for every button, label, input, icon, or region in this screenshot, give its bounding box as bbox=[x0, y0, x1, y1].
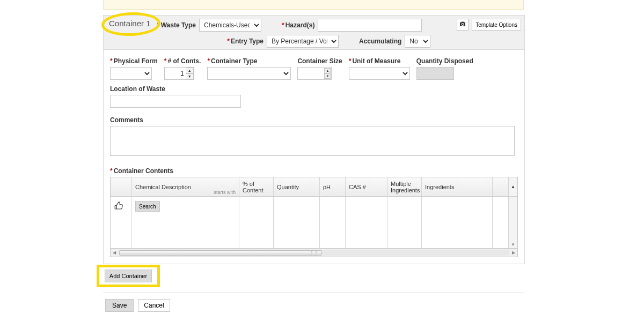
grid-horizontal-scrollbar[interactable]: ◀ ⋮⋮ ▶ bbox=[111, 248, 517, 257]
uom-label: *Unit of Measure bbox=[349, 57, 410, 65]
grid-col-qty[interactable]: Quantity bbox=[274, 177, 320, 196]
grid-row-action[interactable] bbox=[111, 197, 132, 248]
grid-col-cas[interactable]: CAS # bbox=[346, 177, 387, 196]
footer-buttons: Save Cancel bbox=[105, 299, 170, 312]
contents-grid: Chemical Description starts with % of Co… bbox=[110, 177, 518, 257]
grid-col-chem-desc-label: Chemical Description bbox=[135, 184, 191, 190]
template-options-button[interactable]: Template Options bbox=[472, 19, 521, 31]
container-type-label: *Container Type bbox=[207, 57, 291, 65]
location-label: Location of Waste bbox=[110, 85, 518, 93]
num-conts-label: *# of Conts. bbox=[164, 57, 201, 65]
grid-col-pct[interactable]: % of Content bbox=[239, 177, 274, 196]
required-asterisk: * bbox=[157, 21, 160, 29]
notice-bar bbox=[103, 0, 524, 10]
scroll-thumb[interactable] bbox=[119, 250, 322, 256]
hazards-input[interactable] bbox=[318, 19, 422, 32]
comments-field: Comments bbox=[110, 116, 518, 158]
spinner-up-icon[interactable]: ▲ bbox=[186, 68, 194, 73]
grid-col-chem-desc[interactable]: Chemical Description starts with bbox=[132, 177, 239, 196]
grid-header: Chemical Description starts with % of Co… bbox=[111, 177, 517, 197]
container-header: Container 1 *Waste Type Chemicals-Used *… bbox=[103, 15, 525, 50]
waste-type-label: *Waste Type bbox=[157, 21, 196, 29]
footer-separator bbox=[103, 293, 525, 293]
camera-button[interactable] bbox=[457, 19, 469, 31]
location-input[interactable] bbox=[110, 95, 241, 108]
container-body: *Physical Form *# of Conts. ▲ ▼ *Contain… bbox=[103, 50, 525, 264]
cancel-button[interactable]: Cancel bbox=[138, 299, 170, 312]
entry-type-select[interactable]: By Percentage / Volume bbox=[267, 35, 339, 48]
qty-disposed-label: Quantity Disposed bbox=[416, 57, 473, 65]
comments-label: Comments bbox=[110, 116, 518, 124]
header-row-2: *Entry Type By Percentage / Volume Accum… bbox=[157, 35, 430, 48]
container-title: Container 1 bbox=[109, 19, 151, 28]
add-container-button[interactable]: Add Container bbox=[105, 270, 152, 282]
scroll-left-icon[interactable]: ◀ bbox=[111, 250, 118, 255]
camera-icon bbox=[459, 21, 466, 29]
comments-textarea[interactable] bbox=[110, 126, 515, 156]
grid-row-chem-desc: Search bbox=[132, 197, 239, 248]
grid-scroll-up-icon[interactable]: ▲ bbox=[509, 177, 517, 196]
waste-type-select[interactable]: Chemicals-Used bbox=[199, 19, 261, 32]
scroll-down-icon[interactable]: ▼ bbox=[511, 241, 515, 248]
grid-col-extra bbox=[493, 177, 509, 196]
search-button[interactable]: Search bbox=[135, 201, 160, 212]
scroll-track[interactable]: ⋮⋮ bbox=[119, 250, 509, 256]
grid-vertical-scrollbar[interactable]: ▼ bbox=[509, 197, 517, 248]
accumulating-select[interactable]: No bbox=[405, 35, 430, 48]
thumbs-up-icon bbox=[114, 205, 123, 212]
required-asterisk: * bbox=[227, 38, 230, 45]
location-field: Location of Waste bbox=[110, 85, 518, 108]
entry-type-label: *Entry Type bbox=[227, 38, 264, 45]
grid-col-actions bbox=[111, 177, 132, 196]
physical-form-select[interactable] bbox=[110, 67, 152, 80]
container-contents-label: *Container Contents bbox=[110, 167, 518, 175]
fields-row-1: *Physical Form *# of Conts. ▲ ▼ *Contain… bbox=[110, 57, 518, 80]
spinner-down-icon[interactable]: ▼ bbox=[186, 73, 194, 79]
spinner-up-icon[interactable]: ▲ bbox=[324, 68, 331, 73]
accumulating-label: Accumulating bbox=[359, 38, 401, 45]
grid-row-ing bbox=[422, 197, 493, 248]
grid-row-qty bbox=[274, 197, 320, 248]
qty-disposed-input bbox=[416, 67, 454, 80]
num-conts-spinner[interactable]: ▲ ▼ bbox=[164, 67, 194, 80]
physical-form-label: *Physical Form bbox=[110, 57, 158, 65]
scroll-right-icon[interactable]: ▶ bbox=[510, 250, 517, 255]
container-size-spinner[interactable]: ▲ ▼ bbox=[297, 67, 332, 80]
container-size-label: Container Size bbox=[297, 57, 342, 65]
grid-row-multi bbox=[387, 197, 422, 248]
starts-with-label: starts with bbox=[214, 190, 236, 195]
uom-select[interactable] bbox=[349, 67, 410, 80]
required-asterisk: * bbox=[282, 21, 284, 29]
grid-body: Search ▼ bbox=[111, 197, 517, 248]
spinner-down-icon[interactable]: ▼ bbox=[324, 73, 331, 79]
save-button[interactable]: Save bbox=[105, 299, 134, 312]
container-type-select[interactable] bbox=[207, 67, 291, 80]
highlight-rect-annotation: Add Container bbox=[97, 265, 160, 287]
grid-row-ph bbox=[320, 197, 346, 248]
grid-col-ingredients[interactable]: Ingredients bbox=[422, 177, 493, 196]
header-right-controls: Template Options bbox=[457, 19, 521, 31]
grid-row-extra bbox=[493, 197, 509, 248]
grid-col-ph[interactable]: pH bbox=[320, 177, 346, 196]
page: Container 1 *Waste Type Chemicals-Used *… bbox=[0, 0, 644, 314]
grid-row-pct bbox=[239, 197, 274, 248]
grid-col-multi[interactable]: Multiple Ingredients bbox=[387, 177, 422, 196]
hazards-label: *Hazard(s) bbox=[282, 21, 314, 29]
grid-row-cas bbox=[346, 197, 387, 248]
